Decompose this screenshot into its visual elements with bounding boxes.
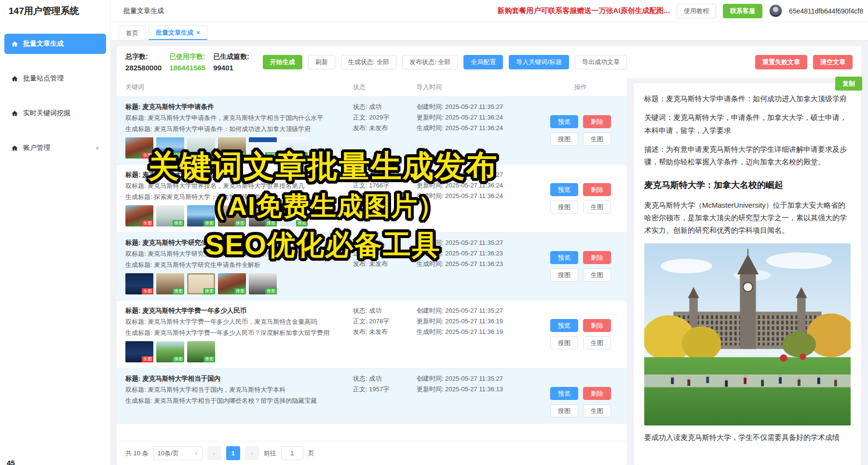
preview-button[interactable]: 预览 — [550, 115, 578, 128]
thumbnail-badge: 搜图 — [203, 288, 215, 294]
toolbar-6-button[interactable]: 导入关键词/标题 — [509, 55, 569, 69]
generate-image-button[interactable]: 生图 — [583, 268, 611, 281]
tab-1[interactable]: 首页 — [119, 26, 146, 40]
table-row[interactable]: 标题: 麦克马斯特大学相当于国内双标题: 麦克马斯特大学相当于国内，麦克马斯特大… — [117, 369, 627, 424]
tab-2[interactable]: 批量文章生成× — [149, 26, 207, 40]
sidebar-item-4[interactable]: 账户管理∨ — [4, 138, 106, 158]
search-image-button[interactable]: 搜图 — [550, 404, 578, 417]
search-image-button[interactable]: 搜图 — [550, 133, 578, 146]
contact-support-button[interactable]: 联系客服 — [723, 4, 762, 18]
thumbnail-image[interactable]: 搜图 — [156, 341, 184, 362]
table-rows: 标题: 麦克马斯特大学申请条件双标题: 麦克马斯特大学申请条件，麦克马斯特大学相… — [117, 97, 627, 441]
thumbnail-image[interactable]: 生图 — [125, 205, 153, 226]
toolbar-5-button[interactable]: 全局配置 — [463, 55, 503, 69]
stat-2: 已使用字数:186441565 — [169, 53, 205, 72]
goto-page-input[interactable] — [281, 446, 303, 460]
table-row[interactable]: 标题: 麦克马斯特大学学费一年多少人民币双标题: 麦克马斯特大学学费一年多少人民… — [117, 301, 627, 369]
sidebar-item-3[interactable]: 实时关键词挖掘 — [4, 103, 106, 123]
tutorial-button[interactable]: 使用教程 — [677, 4, 716, 18]
thumbnail-image[interactable]: 搜图 — [280, 205, 308, 226]
thumbnail-image[interactable]: 搜图 — [156, 273, 184, 294]
table-row[interactable]: 标题: 麦克马斯特大学申请条件双标题: 麦克马斯特大学申请条件，麦克马斯特大学相… — [117, 97, 627, 165]
user-avatar[interactable] — [769, 4, 782, 17]
row-action-buttons: 预览删除搜图生图 — [550, 387, 611, 417]
toolbar: 总字数:282580000已使用字数:186441565已生成篇数:99401 … — [117, 46, 861, 78]
preview-button[interactable]: 预览 — [550, 183, 578, 196]
toolbar-2-button[interactable]: 刷新 — [308, 55, 335, 69]
thumbnail-badge: 搜图 — [173, 288, 184, 294]
thumbnail-image[interactable]: 搜图 — [156, 137, 184, 159]
time-line: 创建时间: 2025-05-27 11:35:27 — [417, 306, 543, 316]
generate-image-button[interactable]: 生图 — [583, 404, 611, 417]
pagination-total: 共 10 条 — [125, 449, 149, 458]
thumbnail-image[interactable]: 搜图 — [187, 137, 215, 159]
page-unit-label: 页 — [308, 449, 314, 458]
thumbnail-image[interactable]: 搜图 — [218, 137, 246, 159]
thumbnail-image[interactable]: 搜图 — [187, 273, 215, 294]
delete-button[interactable]: 删除 — [583, 387, 611, 400]
thumbnail-badge: 搜图 — [173, 152, 184, 159]
thumbnail-image[interactable]: 搜图 — [218, 273, 246, 294]
thumbnail-image[interactable]: 搜图 — [280, 137, 308, 159]
user-id: 65e4811dfb644f690f4cf8 — [789, 7, 863, 15]
search-image-button[interactable]: 搜图 — [550, 268, 578, 281]
row-actions-cell: 预览删除搜图生图 — [543, 238, 618, 294]
toolbar-3-button[interactable]: 生成状态: 全部 — [341, 55, 396, 69]
copy-button[interactable]: 复制 — [835, 77, 862, 91]
delete-button[interactable]: 删除 — [583, 183, 611, 196]
thumbnail-image[interactable]: 搜图 — [218, 205, 246, 226]
toolbar-1-button[interactable]: 开始生成 — [263, 55, 302, 69]
toolbar-7-button[interactable]: 导出成功文章 — [575, 55, 627, 69]
status-line: 发布: 未发布 — [353, 327, 417, 337]
time-line: 生成时间: 2025-05-27 11:36:24 — [417, 123, 543, 133]
preview-button[interactable]: 预览 — [550, 319, 578, 332]
time-line: 创建时间: 2025-05-27 11:35:27 — [417, 170, 543, 180]
status-line: 正文: 2103字 — [353, 248, 417, 259]
row-title: 标题: 麦克马斯特大学世界排名 — [125, 170, 348, 180]
status-line: 状态: 成功 — [353, 306, 417, 316]
stat-value: 282580000 — [125, 64, 162, 72]
generate-image-button[interactable]: 生图 — [583, 336, 611, 349]
search-image-button[interactable]: 搜图 — [550, 336, 578, 349]
status-line: 正文: 1766字 — [353, 180, 417, 191]
thumbnail-image[interactable]: 搜图 — [187, 341, 215, 362]
close-icon[interactable]: × — [196, 29, 200, 36]
preview-button[interactable]: 预览 — [550, 251, 578, 264]
page-size-select[interactable]: 10条/页 ∨ — [153, 446, 203, 460]
status-line: 正文: 1957字 — [353, 384, 417, 395]
sidebar: 147用户管理系统 批量文章生成批量站点管理实时关键词挖掘账户管理∨ 45 — [0, 0, 111, 465]
table-row[interactable]: 标题: 麦克马斯特大学研究生申请条件双标题: 麦克马斯特大学研究生申请条件，麦克… — [117, 233, 627, 301]
thumbnail-badge: 搜图 — [265, 152, 277, 159]
sidebar-item-1[interactable]: 批量文章生成 — [4, 34, 106, 54]
preview-column: 复制 标题：麦克马斯特大学申请条件：如何成功进入加拿大顶级学府 关键词：麦克马斯… — [634, 78, 861, 465]
delete-button[interactable]: 删除 — [583, 319, 611, 332]
row-title: 标题: 麦克马斯特大学学费一年多少人民币 — [125, 306, 348, 316]
delete-button[interactable]: 删除 — [583, 115, 611, 128]
delete-button[interactable]: 删除 — [583, 251, 611, 264]
promo-notice-link[interactable]: 新购套餐用户可联系客服赠送一万张AI原创生成配图... — [498, 6, 670, 15]
thumbnail-image[interactable]: 搜图 — [249, 273, 277, 294]
toolbar-danger-2-button[interactable]: 清空文章 — [813, 55, 853, 69]
search-image-button[interactable]: 搜图 — [550, 200, 578, 213]
thumbnail-image[interactable]: 搜图 — [156, 205, 184, 226]
thumbnail-image[interactable]: 生图 — [125, 273, 153, 294]
thumbnail-image[interactable]: 搜图 — [187, 205, 215, 226]
page-1-button[interactable]: 1 — [226, 446, 240, 460]
campus-photo — [644, 243, 851, 425]
thumbnail-image[interactable]: 搜图 — [249, 205, 277, 226]
thumbnail-badge: 搜图 — [173, 220, 184, 226]
generate-image-button[interactable]: 生图 — [583, 133, 611, 146]
sidebar-item-2[interactable]: 批量站点管理 — [4, 68, 106, 89]
thumbnail-image[interactable]: 生图 — [125, 137, 153, 159]
thumbnail-image[interactable]: 生图 — [125, 341, 153, 362]
row-thumbnails: 生图搜图搜图 — [125, 341, 348, 362]
generate-image-button[interactable]: 生图 — [583, 200, 611, 213]
preview-button[interactable]: 预览 — [550, 387, 578, 400]
toolbar-4-button[interactable]: 发布状态: 全部 — [402, 55, 458, 69]
next-page-button[interactable]: › — [245, 446, 259, 460]
toolbar-danger-1-button[interactable]: 重置失败文章 — [755, 55, 807, 69]
prev-page-button[interactable]: ‹ — [207, 446, 221, 460]
table-row[interactable]: 标题: 麦克马斯特大学世界排名双标题: 麦克马斯特大学世界排名，麦克马斯特大学世… — [117, 165, 627, 233]
thumbnail-image[interactable]: 搜图 — [249, 137, 277, 159]
time-line: 更新时间: 2025-05-27 11:36:19 — [417, 316, 543, 327]
